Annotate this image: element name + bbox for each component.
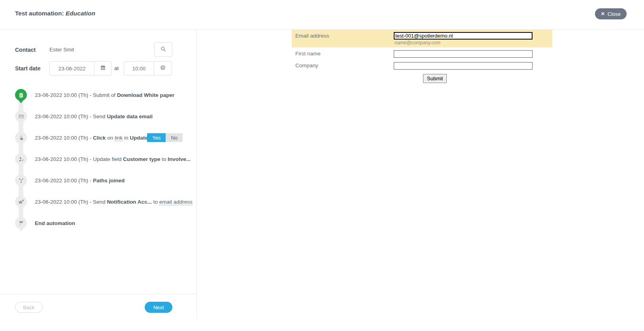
- at-label: at: [114, 65, 119, 71]
- send-mail-icon: [15, 196, 27, 208]
- page-title-prefix: Test automation:: [15, 10, 66, 17]
- page-title: Test automation: Education: [15, 10, 95, 17]
- contact-search-button[interactable]: [154, 42, 172, 57]
- timeline-item[interactable]: 23-06-2022 10:00 (Th) - Update field Cus…: [15, 148, 183, 170]
- start-date-input[interactable]: [50, 62, 94, 75]
- contact-value: Ester Smit: [49, 47, 74, 53]
- timeline-item-text: 23-06-2022 10:00 (Th) - Click on link in…: [35, 135, 154, 141]
- start-time-group: [124, 61, 172, 76]
- paths-joined-icon: [15, 174, 27, 186]
- timeline-item-text: 23-06-2022 10:00 (Th) - Update field Cus…: [35, 156, 191, 162]
- calendar-button[interactable]: [94, 62, 111, 75]
- wizard-footer: Back Next: [0, 294, 196, 319]
- user-edit-icon: [15, 153, 27, 165]
- clipboard-icon: [15, 89, 27, 101]
- calendar-icon: [100, 65, 106, 72]
- envelope-icon: [15, 110, 27, 122]
- automation-name: Education: [66, 10, 95, 17]
- clock-icon: [160, 64, 166, 72]
- close-button[interactable]: ✕ Close: [595, 8, 627, 19]
- back-button[interactable]: Back: [15, 302, 43, 313]
- timeline-item[interactable]: 23-06-2022 10:00 (Th) - Click on link in…: [15, 127, 183, 148]
- flag-icon: [15, 217, 27, 229]
- timeline-item[interactable]: 23-06-2022 10:00 (Th) - Paths joined: [15, 170, 183, 191]
- company-input[interactable]: [394, 62, 533, 70]
- close-icon: ✕: [601, 11, 605, 16]
- timeline-item-text: 23-06-2022 10:00 (Th) - Paths joined: [35, 178, 125, 183]
- email-address-label: Email address: [295, 33, 329, 39]
- timeline-item[interactable]: 23-06-2022 10:00 (Th) - Send Update data…: [15, 106, 183, 127]
- start-time-input[interactable]: [124, 62, 154, 75]
- email-address-input[interactable]: [394, 32, 533, 40]
- first-name-input[interactable]: [394, 50, 533, 58]
- timeline-item[interactable]: End automation: [15, 212, 183, 234]
- company-label: Company: [295, 62, 318, 68]
- hand-pointer-icon: [15, 132, 27, 144]
- test-settings-panel: Contact Ester Smit Start date a: [0, 29, 197, 319]
- timeline-item[interactable]: 23-06-2022 10:00 (Th) - Submit of Downlo…: [15, 84, 183, 106]
- start-date-label: Start date: [15, 65, 41, 72]
- timeline-item-text: 23-06-2022 10:00 (Th) - Submit of Downlo…: [35, 92, 174, 98]
- first-name-label: First name: [295, 51, 321, 57]
- close-button-label: Close: [608, 11, 621, 17]
- toggle-no-button[interactable]: No: [166, 133, 183, 142]
- email-hint: name@company.com: [395, 40, 440, 45]
- dialog-header: Test automation: Education ✕ Close: [0, 0, 644, 30]
- next-button[interactable]: Next: [145, 302, 172, 313]
- timeline-item[interactable]: 23-06-2022 10:00 (Th) - Send Notificatio…: [15, 191, 183, 212]
- timeline-item-text: 23-06-2022 10:00 (Th) - Send Update data…: [35, 113, 153, 119]
- submit-button[interactable]: Submit: [423, 74, 447, 83]
- time-picker-button[interactable]: [154, 62, 172, 75]
- yes-no-toggle: YesNo: [147, 133, 183, 142]
- start-date-group: [49, 61, 111, 76]
- timeline-item-text: End automation: [35, 220, 75, 226]
- form-preview-panel: Email address name@company.com First nam…: [197, 29, 644, 319]
- timeline-item-text: 23-06-2022 10:00 (Th) - Send Notificatio…: [35, 199, 193, 205]
- toggle-yes-button[interactable]: Yes: [147, 133, 166, 142]
- automation-timeline: 23-06-2022 10:00 (Th) - Submit of Downlo…: [15, 84, 183, 234]
- contact-label: Contact: [15, 47, 36, 53]
- search-icon: [160, 46, 166, 53]
- timeline-link[interactable]: email address: [159, 199, 193, 205]
- timeline-link[interactable]: link: [115, 135, 123, 141]
